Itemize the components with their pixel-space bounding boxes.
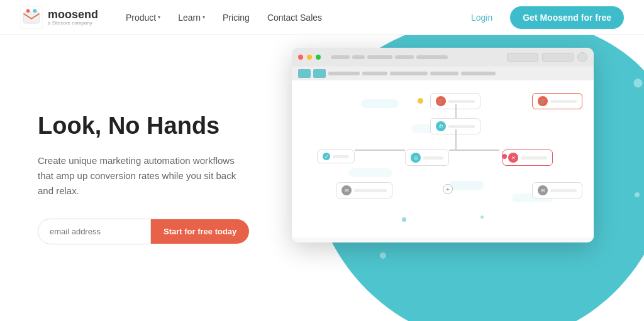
left-section: Look, No Hands Create unique marketing a…	[38, 112, 302, 244]
mockup-tab-line	[430, 72, 458, 75]
email-form: Start for free today	[38, 219, 302, 244]
workflow-status-dot	[418, 98, 423, 104]
mockup-btn	[507, 53, 538, 62]
workflow-node: ✓	[317, 150, 355, 163]
window-close-dot	[298, 55, 303, 60]
svg-point-3	[33, 9, 36, 12]
node-label	[333, 155, 349, 158]
svg-point-2	[26, 9, 30, 12]
title-bar-line	[395, 55, 414, 59]
brand-subtitle: a Sitecore company	[48, 20, 98, 26]
ui-mockup: 🛒 🛒 ⏱ ✓	[292, 48, 594, 242]
node-icon: ✉	[341, 185, 352, 195]
main-content: Look, No Hands Create unique marketing a…	[0, 35, 644, 321]
nav-item-learn[interactable]: Learn ▾	[170, 8, 213, 28]
title-bar-line	[416, 55, 448, 59]
right-section: 🛒 🛒 ⏱ ✓	[267, 35, 644, 321]
title-bar-line	[367, 55, 392, 59]
workflow-bubble	[361, 99, 399, 108]
chevron-down-icon: ▾	[158, 14, 160, 20]
svg-rect-1	[23, 12, 39, 23]
chevron-down-icon: ▾	[203, 14, 205, 20]
deco-dot	[635, 192, 640, 198]
hero-title: Look, No Hands	[38, 112, 302, 141]
node-label	[521, 156, 547, 160]
mockup-tab-line	[362, 72, 387, 75]
mockup-tab-line	[390, 72, 428, 75]
workflow-connector	[355, 150, 405, 151]
mockup-circle-btn	[577, 52, 587, 62]
workflow-node: ◎	[405, 150, 449, 166]
workflow-connector	[455, 129, 457, 150]
deco-dot	[379, 252, 386, 259]
mockup-tab-icon	[313, 69, 326, 78]
logo[interactable]: moosend a Sitecore company	[20, 6, 98, 29]
workflow-node: 🛒	[532, 93, 582, 109]
node-icon: ⏱	[436, 121, 446, 131]
login-button[interactable]: Login	[464, 8, 500, 28]
workflow-node: ✉	[532, 182, 582, 199]
node-label	[550, 189, 577, 192]
mockup-tab-icon	[298, 69, 311, 78]
window-maximize-dot	[316, 55, 321, 60]
title-bar-lines	[331, 55, 448, 59]
brand-name: moosend	[48, 9, 98, 20]
start-free-button[interactable]: Start for free today	[151, 219, 249, 244]
node-icon: ✕	[508, 153, 518, 163]
deco-dot	[633, 79, 643, 88]
workflow-connector	[449, 150, 499, 151]
node-icon: 🛒	[538, 96, 548, 106]
mockup-tabs	[292, 67, 594, 80]
window-minimize-dot	[307, 55, 312, 60]
nav-right: Login Get Moosend for free	[464, 6, 624, 29]
workflow-bubble	[348, 168, 392, 177]
hero-description: Create unique marketing automation workf…	[38, 153, 252, 199]
node-icon: ✉	[538, 185, 548, 195]
title-bar-line	[331, 55, 350, 59]
nav-item-product[interactable]: Product ▾	[118, 8, 168, 28]
title-bar-line	[352, 55, 365, 59]
mockup-tab-line	[328, 72, 360, 75]
mockup-btn	[542, 53, 574, 62]
mockup-body: 🛒 🛒 ⏱ ✓	[292, 80, 594, 237]
logo-text: moosend a Sitecore company	[48, 9, 98, 26]
workflow-bubble	[449, 181, 484, 190]
get-moosend-button[interactable]: Get Moosend for free	[510, 6, 624, 29]
nav-item-contact[interactable]: Contact Sales	[260, 8, 330, 28]
workflow-diagram: 🛒 🛒 ⏱ ✓	[298, 87, 587, 231]
node-icon: 🛒	[436, 96, 446, 106]
logo-icon	[20, 6, 43, 29]
title-bar-right	[507, 52, 587, 62]
node-label	[448, 100, 475, 103]
workflow-error-dot	[502, 154, 507, 159]
mockup-tab-line	[461, 72, 496, 75]
email-input[interactable]	[38, 219, 151, 244]
workflow-connector	[455, 104, 457, 118]
workflow-node: ✉	[336, 182, 392, 199]
deco-dot	[402, 217, 406, 222]
node-icon: ✓	[323, 153, 330, 160]
node-label	[448, 125, 475, 128]
mockup-titlebar	[292, 48, 594, 67]
nav-item-pricing[interactable]: Pricing	[215, 8, 257, 28]
workflow-add-button[interactable]: +	[443, 184, 453, 194]
workflow-node: ✕	[502, 150, 553, 166]
node-label	[354, 189, 387, 192]
node-icon: ◎	[411, 153, 421, 163]
nav-links: Product ▾ Learn ▾ Pricing Contact Sales	[118, 8, 464, 28]
navbar: moosend a Sitecore company Product ▾ Lea…	[0, 0, 644, 35]
node-label	[550, 100, 577, 103]
node-label	[423, 156, 443, 160]
deco-dot	[480, 215, 484, 219]
